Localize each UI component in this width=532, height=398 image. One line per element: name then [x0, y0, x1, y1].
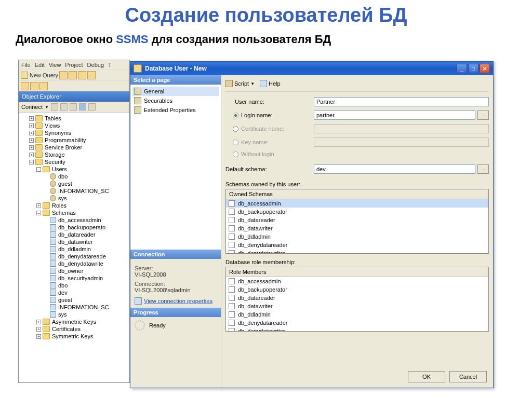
role-row[interactable]: db_backupoperator: [226, 285, 488, 294]
checkbox[interactable]: [229, 225, 235, 231]
new-query-button[interactable]: New Query: [21, 72, 58, 79]
schema-row[interactable]: db_backupoperator: [226, 208, 488, 216]
tree-item[interactable]: –Security: [20, 158, 128, 166]
toolbar-icon[interactable]: [60, 103, 68, 111]
role-row[interactable]: db_accessadmin: [226, 277, 488, 285]
toolbar-icon[interactable]: [30, 82, 38, 90]
menu-view[interactable]: View: [49, 62, 61, 68]
tree-item[interactable]: +Tables: [20, 115, 128, 122]
toolbar-icon[interactable]: [21, 82, 29, 90]
dropdown-icon[interactable]: ▼: [45, 105, 49, 109]
page-item-securables[interactable]: Securables: [132, 96, 219, 105]
toolbar-icon[interactable]: [39, 82, 48, 90]
menu-edit[interactable]: Edit: [35, 62, 45, 68]
browse-schema-button[interactable]: ...: [477, 164, 489, 174]
checkbox[interactable]: [229, 320, 235, 326]
toolbar-icon[interactable]: [59, 71, 68, 79]
username-input[interactable]: [314, 97, 489, 106]
filter-icon[interactable]: [79, 103, 86, 111]
expand-icon[interactable]: +: [36, 203, 41, 208]
checkbox[interactable]: [229, 250, 235, 253]
toolbar-icon[interactable]: [69, 71, 77, 79]
schema-row[interactable]: db_denydatawriter: [226, 249, 488, 253]
collapse-icon[interactable]: –: [36, 167, 41, 172]
tree-item[interactable]: –Schemas: [20, 209, 128, 216]
toolbar-icon[interactable]: [51, 103, 58, 111]
menu-file[interactable]: File: [21, 62, 31, 68]
checkbox[interactable]: [229, 286, 235, 293]
tree-item[interactable]: +Asymmetric Keys: [20, 318, 128, 325]
checkbox[interactable]: [229, 200, 235, 207]
collapse-icon[interactable]: –: [29, 160, 34, 164]
tree-item[interactable]: db_denydatareade: [20, 253, 128, 260]
browse-login-button[interactable]: ...: [477, 111, 489, 120]
dialog-titlebar[interactable]: Database User - New _ □ ✕: [130, 62, 493, 75]
expand-icon[interactable]: +: [29, 131, 34, 135]
toolbar-icon[interactable]: [88, 103, 96, 111]
tree-item[interactable]: +Programmability: [20, 136, 128, 144]
role-row[interactable]: db_denydatareader: [226, 319, 488, 327]
expand-icon[interactable]: +: [29, 153, 34, 157]
menu-t[interactable]: T: [108, 62, 112, 68]
checkbox[interactable]: [229, 328, 235, 331]
role-row[interactable]: db_ddladmin: [226, 310, 488, 319]
tree-item[interactable]: +Certificates: [20, 325, 128, 333]
expand-icon[interactable]: +: [36, 327, 41, 332]
checkbox[interactable]: [229, 295, 235, 301]
tree-item[interactable]: db_backupoperato: [20, 224, 128, 231]
tree-item[interactable]: dbo: [20, 282, 128, 289]
close-button[interactable]: ✕: [480, 64, 490, 73]
tree-item[interactable]: +Views: [20, 122, 128, 129]
toolbar-icon[interactable]: [78, 71, 86, 79]
tree-item[interactable]: +Synonyms: [20, 129, 128, 136]
toolbar-icon[interactable]: [70, 103, 77, 111]
checkbox[interactable]: [229, 278, 235, 284]
tree-item[interactable]: +Symmetric Keys: [20, 333, 128, 340]
tree-item[interactable]: db_datawriter: [20, 238, 128, 245]
expand-icon[interactable]: +: [36, 320, 41, 324]
tree-item[interactable]: guest: [20, 296, 128, 304]
tree-item[interactable]: sys: [20, 311, 128, 318]
cancel-button[interactable]: Cancel: [449, 371, 487, 382]
script-button[interactable]: Script ▼: [225, 80, 255, 87]
menu-project[interactable]: Project: [65, 62, 83, 68]
tree-item[interactable]: INFORMATION_SC: [20, 304, 128, 311]
tree-item[interactable]: db_datareader: [20, 231, 128, 238]
tree-item[interactable]: dbo: [20, 173, 128, 180]
login-input[interactable]: [314, 111, 475, 120]
tree-item[interactable]: db_accessadmin: [20, 216, 128, 224]
schema-row[interactable]: db_accessadmin: [226, 199, 488, 208]
object-explorer-tree[interactable]: +Tables+Views+Synonyms+Programmability+S…: [19, 113, 129, 382]
view-connection-link[interactable]: View connection properties: [135, 297, 217, 305]
checkbox[interactable]: [229, 209, 235, 215]
minimize-button[interactable]: _: [457, 64, 467, 73]
tree-item[interactable]: sys: [20, 195, 128, 202]
tree-item[interactable]: guest: [20, 180, 128, 187]
collapse-icon[interactable]: –: [36, 211, 41, 215]
schema-row[interactable]: db_ddladmin: [226, 232, 488, 241]
checkbox[interactable]: [229, 242, 235, 248]
help-button[interactable]: Help: [260, 80, 281, 87]
checkbox[interactable]: [229, 303, 235, 309]
page-item-extended-properties[interactable]: Extended Properties: [132, 105, 219, 115]
tree-item[interactable]: db_denydatawrite: [20, 260, 128, 267]
default-schema-input[interactable]: [314, 164, 475, 174]
tree-item[interactable]: dev: [20, 289, 128, 296]
role-row[interactable]: db_denydatawriter: [226, 327, 488, 331]
menu-debug[interactable]: Debug: [87, 62, 104, 68]
schema-row[interactable]: db_denydatareader: [226, 241, 488, 249]
expand-icon[interactable]: +: [29, 116, 34, 121]
role-members-rows[interactable]: db_accessadmindb_backupoperatordb_datare…: [226, 277, 488, 331]
checkbox[interactable]: [229, 234, 235, 240]
login-name-radio[interactable]: Login name:: [225, 112, 314, 118]
role-row[interactable]: db_datawriter: [226, 302, 488, 310]
tree-item[interactable]: +Service Broker: [20, 144, 128, 151]
expand-icon[interactable]: +: [29, 145, 34, 150]
connect-label[interactable]: Connect: [21, 104, 43, 110]
tree-item[interactable]: INFORMATION_SC: [20, 187, 128, 195]
checkbox[interactable]: [229, 311, 235, 318]
tree-item[interactable]: db_securityadmin: [20, 275, 128, 282]
expand-icon[interactable]: +: [36, 334, 41, 339]
maximize-button[interactable]: □: [468, 64, 478, 73]
tree-item[interactable]: –Users: [20, 166, 128, 173]
